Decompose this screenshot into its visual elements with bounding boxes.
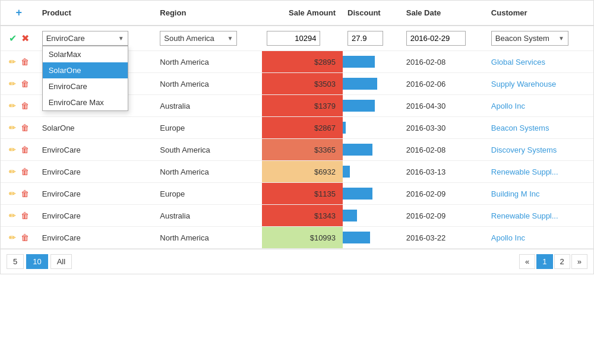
row-region: North America bbox=[155, 161, 262, 183]
pagination-bar: 5 10 All « 1 2 » bbox=[1, 249, 593, 274]
row-delete-button[interactable]: 🗑 bbox=[21, 211, 29, 220]
discount-bar bbox=[343, 232, 370, 243]
row-edit-button[interactable]: ✏ bbox=[9, 123, 16, 132]
row-delete-button[interactable]: 🗑 bbox=[21, 145, 29, 154]
dropdown-item-envirocare[interactable]: EnviroCare bbox=[43, 78, 128, 94]
row-customer: Renewable Suppl... bbox=[486, 161, 593, 183]
region-select[interactable]: South America ▼ bbox=[160, 31, 237, 46]
customer-edit-cell: Beacon System ▼ bbox=[486, 26, 593, 51]
discount-bar-container bbox=[343, 95, 402, 116]
row-edit-button[interactable]: ✏ bbox=[9, 79, 16, 88]
table-row: ✏ 🗑 EnviroCare North America $6932 2016-… bbox=[1, 161, 593, 183]
discount-bar bbox=[343, 56, 375, 68]
product-dropdown-menu: SolarMax SolarOne EnviroCare EnviroCare … bbox=[42, 46, 128, 111]
confirm-edit-button[interactable]: ✔ bbox=[9, 33, 17, 43]
add-button[interactable]: + bbox=[1, 1, 37, 26]
region-select-arrow: ▼ bbox=[227, 35, 233, 42]
row-discount bbox=[343, 227, 402, 249]
row-customer: Apollo Inc bbox=[486, 95, 593, 117]
region-edit-cell: South America ▼ bbox=[155, 26, 262, 51]
page-prev[interactable]: « bbox=[519, 254, 535, 269]
row-discount bbox=[343, 117, 402, 139]
row-actions: ✏ 🗑 bbox=[1, 117, 37, 139]
dropdown-item-solarone[interactable]: SolarOne bbox=[43, 62, 128, 78]
row-edit-button[interactable]: ✏ bbox=[9, 57, 16, 67]
product-select-value: EnviroCare bbox=[46, 34, 118, 43]
product-select[interactable]: EnviroCare ▼ bbox=[42, 31, 128, 46]
discount-bar-container bbox=[343, 139, 402, 160]
page-size-5[interactable]: 5 bbox=[7, 254, 24, 269]
row-product: EnviroCare bbox=[37, 161, 156, 183]
discount-bar-container bbox=[343, 227, 402, 248]
discount-input[interactable] bbox=[347, 31, 383, 46]
page-size-controls: 5 10 All bbox=[7, 254, 72, 269]
page-1[interactable]: 1 bbox=[536, 254, 552, 269]
page-nav-controls: « 1 2 » bbox=[519, 254, 587, 269]
discount-bar bbox=[343, 188, 372, 200]
page-2[interactable]: 2 bbox=[554, 254, 570, 269]
row-amount: $3365 bbox=[262, 139, 343, 161]
col-sale-amount: Sale Amount bbox=[262, 1, 343, 26]
customer-select[interactable]: Beacon System ▼ bbox=[491, 31, 568, 46]
row-actions: ✏ 🗑 bbox=[1, 95, 37, 117]
row-actions: ✏ 🗑 bbox=[1, 183, 37, 205]
row-delete-button[interactable]: 🗑 bbox=[21, 189, 29, 198]
row-edit-button[interactable]: ✏ bbox=[9, 167, 16, 176]
row-delete-button[interactable]: 🗑 bbox=[21, 123, 29, 132]
page-size-10[interactable]: 10 bbox=[26, 254, 48, 269]
row-date: 2016-03-22 bbox=[402, 227, 486, 249]
edit-row: ✔ ✖ EnviroCare ▼ SolarMax SolarOne Envir… bbox=[1, 26, 593, 51]
discount-bar-container bbox=[343, 73, 402, 94]
row-edit-button[interactable]: ✏ bbox=[9, 101, 16, 110]
table-row: ✏ 🗑 EnviroCare North America $10993 2016… bbox=[1, 227, 593, 249]
table-row: ✏ 🗑 EnviroCare Australia $1343 2016-02-0… bbox=[1, 205, 593, 227]
row-delete-button[interactable]: 🗑 bbox=[21, 57, 29, 67]
page-size-all[interactable]: All bbox=[50, 254, 72, 269]
row-actions: ✏ 🗑 bbox=[1, 161, 37, 183]
discount-bar-container bbox=[343, 205, 402, 226]
row-actions: ✏ 🗑 bbox=[1, 73, 37, 95]
page-next[interactable]: » bbox=[571, 254, 587, 269]
discount-bar-container bbox=[343, 51, 402, 72]
product-dropdown-wrapper: EnviroCare ▼ SolarMax SolarOne EnviroCar… bbox=[42, 31, 151, 46]
table-row: ✏ 🗑 EnviroCare Europe $1135 2016-02-09 B… bbox=[1, 183, 593, 205]
row-customer: Global Services bbox=[486, 51, 593, 73]
row-edit-button[interactable]: ✏ bbox=[9, 189, 16, 198]
row-delete-button[interactable]: 🗑 bbox=[21, 79, 29, 88]
row-edit-button[interactable]: ✏ bbox=[9, 211, 16, 220]
row-delete-button[interactable]: 🗑 bbox=[21, 101, 29, 110]
row-product: EnviroCare bbox=[37, 227, 156, 249]
row-discount bbox=[343, 139, 402, 161]
row-region: Europe bbox=[155, 183, 262, 205]
row-date: 2016-03-30 bbox=[402, 117, 486, 139]
discount-bar-container bbox=[343, 161, 402, 182]
row-discount bbox=[343, 51, 402, 73]
row-edit-button[interactable]: ✏ bbox=[9, 145, 16, 154]
cancel-edit-button[interactable]: ✖ bbox=[21, 33, 29, 43]
row-amount: $6932 bbox=[262, 161, 343, 183]
amount-input[interactable] bbox=[267, 31, 320, 46]
row-region: North America bbox=[155, 227, 262, 249]
dropdown-item-solarmax[interactable]: SolarMax bbox=[43, 46, 128, 62]
product-select-arrow: ▼ bbox=[118, 35, 124, 42]
row-actions: ✏ 🗑 bbox=[1, 227, 37, 249]
row-product: SolarOne bbox=[37, 117, 156, 139]
row-discount bbox=[343, 73, 402, 95]
row-date: 2016-02-06 bbox=[402, 73, 486, 95]
row-discount bbox=[343, 183, 402, 205]
row-edit-button[interactable]: ✏ bbox=[9, 233, 16, 242]
row-date: 2016-04-30 bbox=[402, 95, 486, 117]
discount-bar bbox=[343, 100, 375, 112]
row-delete-button[interactable]: 🗑 bbox=[21, 233, 29, 242]
dropdown-item-envirocare-max[interactable]: EnviroCare Max bbox=[43, 94, 128, 110]
data-table: + Product Region Sale Amount Discount Sa… bbox=[0, 0, 594, 274]
row-discount bbox=[343, 95, 402, 117]
row-customer: Apollo Inc bbox=[486, 227, 593, 249]
row-date: 2016-02-09 bbox=[402, 205, 486, 227]
row-delete-button[interactable]: 🗑 bbox=[21, 167, 29, 176]
date-input[interactable] bbox=[406, 31, 466, 46]
row-product: EnviroCare bbox=[37, 139, 156, 161]
row-region: North America bbox=[155, 73, 262, 95]
customer-select-value: Beacon System bbox=[495, 34, 558, 43]
col-product: Product bbox=[37, 1, 156, 26]
